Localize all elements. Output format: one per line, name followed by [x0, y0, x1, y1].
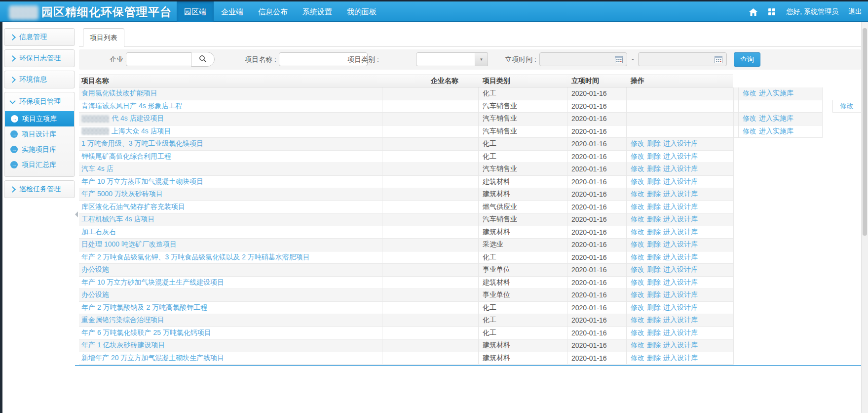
action-link-删除[interactable]: 删除 [647, 316, 661, 325]
action-link-修改[interactable]: 修改 [743, 114, 756, 123]
action-link-删除[interactable]: 删除 [647, 228, 661, 237]
sidebar-group-header-4[interactable]: 环保项目管理 [4, 92, 75, 111]
action-link-修改[interactable]: 修改 [631, 341, 644, 350]
action-link-修改[interactable]: 修改 [631, 190, 644, 199]
action-link-进入设计库[interactable]: 进入设计库 [663, 290, 698, 299]
action-link-进入设计库[interactable]: 进入设计库 [663, 265, 698, 274]
action-link-进入设计库[interactable]: 进入设计库 [663, 253, 698, 262]
action-link-进入设计库[interactable]: 进入设计库 [663, 240, 698, 249]
action-link-修改[interactable]: 修改 [840, 102, 854, 111]
nav-item-4[interactable]: 系统设置 [295, 1, 340, 22]
sidebar-item-项目立项库[interactable]: →项目立项库 [5, 111, 74, 126]
action-link-修改[interactable]: 修改 [631, 177, 644, 186]
project-name-link[interactable]: 食用氯化镁技改扩能项目 [81, 89, 157, 98]
action-link-修改[interactable]: 修改 [631, 265, 644, 274]
project-name-link[interactable]: 年产 6 万吨氯化镁联产 25 万吨氯化钙项目 [81, 329, 211, 337]
action-link-修改[interactable]: 修改 [631, 316, 644, 325]
action-link-进入设计库[interactable]: 进入设计库 [663, 354, 698, 363]
category-select[interactable] [416, 52, 475, 66]
action-link-进入设计库[interactable]: 进入设计库 [663, 152, 698, 161]
project-name-link[interactable]: 重金属铬污染综合治理项目 [81, 316, 164, 325]
project-name-link[interactable]: 汽车 4s 店 [81, 165, 113, 173]
action-link-删除[interactable]: 删除 [647, 203, 661, 211]
project-name-link[interactable]: 日处理 1000 吨选矿厂改造项目 [81, 240, 177, 249]
action-link-进入实施库[interactable]: 进入实施库 [759, 127, 793, 136]
action-link-进入设计库[interactable]: 进入设计库 [663, 316, 698, 325]
action-link-进入设计库[interactable]: 进入设计库 [663, 215, 698, 224]
action-link-修改[interactable]: 修改 [631, 165, 644, 173]
project-name-link[interactable]: 年产 10 万立方砂加气块混凝土生产线建设项目 [81, 278, 224, 287]
action-link-删除[interactable]: 删除 [647, 165, 661, 173]
sidebar-collapse-handle[interactable] [75, 211, 78, 217]
action-link-修改[interactable]: 修改 [631, 329, 644, 337]
action-link-删除[interactable]: 删除 [647, 177, 661, 186]
search-button[interactable]: 查询 [734, 52, 760, 67]
project-name-link[interactable]: 办公设施 [81, 290, 109, 299]
project-name-link[interactable]: 办公设施 [81, 265, 109, 274]
sidebar-item-项目汇总库[interactable]: →项目汇总库 [4, 157, 75, 172]
category-dropdown-button[interactable]: ▼ [475, 52, 488, 66]
project-name-link[interactable]: 工程机械汽车 4s 店项目 [81, 215, 155, 224]
action-link-删除[interactable]: 删除 [647, 303, 661, 312]
tab-project-list[interactable]: 项目列表 [83, 28, 124, 47]
action-link-删除[interactable]: 删除 [647, 215, 661, 224]
action-link-删除[interactable]: 删除 [647, 265, 661, 274]
action-link-删除[interactable]: 删除 [647, 139, 661, 148]
calendar-icon[interactable] [715, 56, 722, 63]
action-link-删除[interactable]: 删除 [647, 290, 661, 299]
logout-link[interactable]: 退出 [848, 7, 862, 16]
action-link-修改[interactable]: 修改 [631, 303, 644, 312]
project-name-link[interactable]: 青海瑞诚东风日产 4s 形象店工程 [81, 102, 183, 111]
home-icon[interactable] [749, 7, 757, 16]
action-link-进入设计库[interactable]: 进入设计库 [663, 228, 698, 237]
action-link-修改[interactable]: 修改 [631, 354, 644, 363]
project-name-link[interactable]: 年产 1 亿块灰砂砖建设项目 [81, 341, 165, 350]
date-to-input[interactable] [638, 52, 727, 66]
sidebar-group-header-5[interactable]: 巡检任务管理 [4, 181, 75, 198]
project-name-link[interactable]: 新增年产 20 万立方加气混凝土砌块生产线项目 [81, 354, 224, 363]
project-name-link[interactable]: 年产 10 万立方蒸压加气混凝土砌块项目 [81, 177, 203, 186]
sidebar-group-header-1[interactable]: 信息管理 [4, 29, 75, 45]
action-link-删除[interactable]: 删除 [647, 253, 661, 262]
action-link-进入设计库[interactable]: 进入设计库 [663, 341, 698, 350]
action-link-进入设计库[interactable]: 进入设计库 [663, 177, 698, 186]
company-input[interactable] [126, 52, 191, 66]
action-link-进入设计库[interactable]: 进入设计库 [663, 329, 698, 337]
sidebar-item-实施项目库[interactable]: →实施项目库 [4, 142, 75, 157]
action-link-删除[interactable]: 删除 [647, 278, 661, 287]
action-link-进入设计库[interactable]: 进入设计库 [663, 278, 698, 287]
action-link-修改[interactable]: 修改 [743, 127, 756, 136]
project-name-link[interactable]: 钾镁尾矿高值化综合利用工程 [81, 152, 171, 161]
project-name-link[interactable]: 上海大众 4s 店项目 [112, 127, 171, 136]
action-link-修改[interactable]: 修改 [631, 139, 644, 148]
action-link-删除[interactable]: 删除 [647, 190, 661, 199]
nav-item-2[interactable]: 企业端 [214, 1, 251, 22]
action-link-进入设计库[interactable]: 进入设计库 [663, 165, 698, 173]
action-link-修改[interactable]: 修改 [631, 278, 644, 287]
action-link-删除[interactable]: 删除 [647, 240, 661, 249]
nav-item-3[interactable]: 信息公布 [251, 1, 295, 22]
action-link-修改[interactable]: 修改 [631, 215, 644, 224]
sidebar-group-header-3[interactable]: 环境信息 [4, 71, 75, 88]
project-name-link[interactable]: 加工石灰石 [81, 228, 116, 237]
action-link-修改[interactable]: 修改 [631, 290, 644, 299]
project-name-link[interactable]: 年产 2 万吨氯酸钠及 2 万吨高氯酸钾工程 [81, 303, 207, 312]
sidebar-item-项目设计库[interactable]: →项目设计库 [4, 126, 75, 142]
company-search-button[interactable] [191, 52, 215, 67]
action-link-进入实施库[interactable]: 进入实施库 [759, 89, 793, 98]
scrollbar-thumb[interactable] [863, 28, 867, 236]
project-name-link[interactable]: 库区液化石油气储存扩容充装项目 [81, 203, 185, 211]
action-link-进入实施库[interactable]: 进入实施库 [759, 114, 793, 123]
action-link-修改[interactable]: 修改 [631, 228, 644, 237]
action-link-删除[interactable]: 删除 [647, 341, 661, 350]
action-link-删除[interactable]: 删除 [647, 354, 661, 363]
nav-item-1[interactable]: 园区端 [177, 1, 214, 22]
project-name-link[interactable]: 年产 2 万吨食品级氯化钾、3 万吨食品级氯化镁以及 2 万吨硝基水溶肥项目 [81, 253, 310, 262]
nav-item-5[interactable]: 我的面板 [340, 1, 384, 22]
action-link-修改[interactable]: 修改 [631, 240, 644, 249]
action-link-进入设计库[interactable]: 进入设计库 [663, 139, 698, 148]
action-link-进入设计库[interactable]: 进入设计库 [663, 190, 698, 199]
project-name-link[interactable]: 1 万吨食用级、3 万吨工业级氯化镁项目 [81, 139, 203, 148]
action-link-修改[interactable]: 修改 [631, 152, 644, 161]
date-from-input[interactable] [539, 52, 627, 66]
